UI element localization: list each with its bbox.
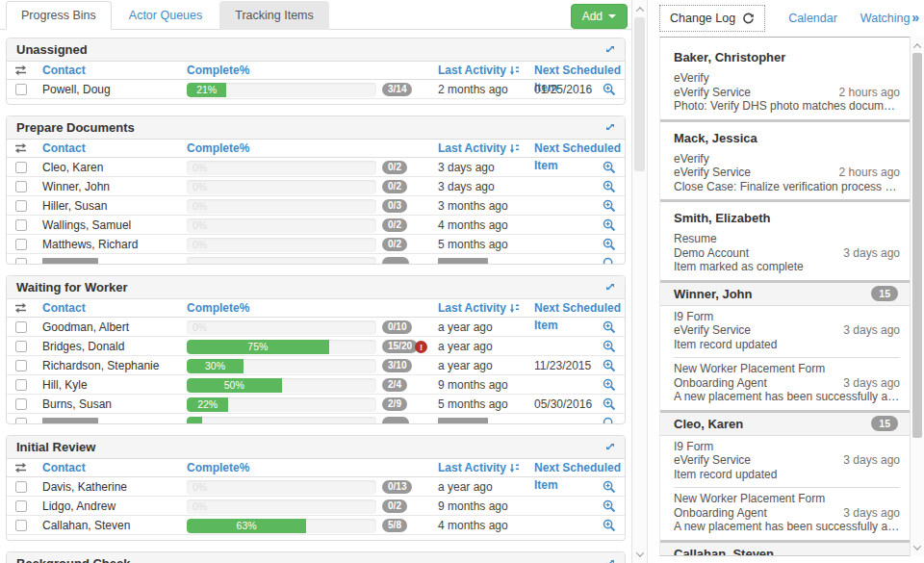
row-checkbox[interactable] [15,321,27,333]
changelog-item[interactable]: I9 Form eVerify Service 3 days ago Item … [674,436,900,488]
changelog-item-actor: eVerify Service [674,86,751,100]
worker-row-cleo-karen: Cleo, Karen 0% 0/2 ! 3 days ago [7,158,625,177]
column-contact[interactable]: Contact [42,62,86,79]
panel-scroll-down-button[interactable] [911,540,924,554]
refresh-icon[interactable] [742,13,755,25]
zoom-in-icon[interactable] [603,499,616,513]
column-complete[interactable]: Complete% [187,459,249,476]
row-checkbox[interactable] [15,219,27,231]
main-scroll-down-button[interactable] [632,547,647,561]
column-last-activity-label: Last Activity [438,299,506,317]
zoom-in-icon[interactable] [603,180,616,193]
expand-icon[interactable] [604,121,616,133]
row-checkbox[interactable] [15,341,27,352]
zoom-in-icon[interactable] [603,218,616,232]
expand-icon[interactable] [604,441,616,452]
zoom-in-icon[interactable] [603,480,616,494]
main-scroll-up-button[interactable] [632,2,647,16]
column-header-row: Contact Complete% Last Activity Next Sch… [7,459,625,477]
tab-tracking-items[interactable]: Tracking Items [219,1,329,30]
row-checkbox[interactable] [15,200,27,212]
expand-icon[interactable] [604,43,616,55]
collapse-panel-chevron[interactable]: » [911,10,919,25]
progress-zero-label: 0% [192,480,207,495]
changelog-item-time: 3 days ago [843,323,900,338]
progress-bar [187,257,376,265]
changelog-item[interactable]: New Worker Placement Form Onboarding Age… [674,357,900,410]
swap-columns-icon[interactable] [14,462,27,473]
column-contact[interactable]: Contact [42,459,86,476]
tab-watching[interactable]: Watching [860,12,911,25]
tab-progress-bins[interactable]: Progress Bins [6,1,112,30]
tab-actor-queues[interactable]: Actor Queues [114,1,218,30]
column-contact[interactable]: Contact [42,140,86,157]
changelog-person-name[interactable]: Cleo, Karen [674,414,743,434]
changelog-group-mack-jessica: Mack, Jessica eVerify eVerify Service 2 … [660,119,910,200]
changelog-item-time: 3 days ago [843,453,900,468]
row-checkbox[interactable] [15,84,27,95]
changelog-person-name[interactable]: Winner, John [674,284,753,304]
changelog-person-name[interactable]: Smith, Elizabeth [674,208,770,228]
column-last-activity[interactable]: Last Activity [438,62,519,79]
row-checkbox[interactable] [15,258,27,264]
column-last-activity[interactable]: Last Activity [438,299,519,317]
zoom-in-icon[interactable] [603,257,616,264]
changelog-item[interactable]: eVerify eVerify Service 2 hours ago Phot… [674,67,900,119]
column-complete[interactable]: Complete% [187,62,249,79]
changelog-group-winner-john: Winner, John 15 I9 Form eVerify Service … [660,280,910,410]
main-scrollbar[interactable] [631,0,648,563]
changelog-item[interactable]: eVerify eVerify Service 2 hours ago Clos… [674,148,900,200]
zoom-in-icon[interactable] [603,359,616,372]
zoom-in-icon[interactable] [603,238,616,251]
changelog-item[interactable]: I9 Form eVerify Service 3 days ago Item … [674,306,900,358]
swap-columns-icon[interactable] [14,64,27,76]
panel-scrollbar-thumb[interactable] [912,53,922,438]
tab-change-log[interactable]: Change Log [659,5,765,32]
main-scrollbar-thumb[interactable] [634,17,645,171]
zoom-in-icon[interactable] [603,83,616,96]
panel-scrollbar[interactable] [910,37,924,556]
row-checkbox[interactable] [15,379,27,391]
row-checkbox[interactable] [15,520,27,531]
zoom-in-icon[interactable] [603,519,616,532]
count-badge: 0/2 [382,180,407,193]
zoom-in-icon[interactable] [603,320,616,334]
changelog-person-name[interactable]: Callahan, Steven [674,544,774,557]
zoom-in-icon[interactable] [603,397,616,411]
tab-calendar[interactable]: Calendar [788,12,837,25]
column-contact[interactable]: Contact [42,299,86,317]
row-checkbox[interactable] [15,418,27,423]
count-badge: 2/9 [382,397,407,411]
row-checkbox[interactable] [15,239,27,250]
expand-icon[interactable] [604,281,616,293]
row-checkbox[interactable] [15,360,27,371]
zoom-in-icon[interactable] [603,199,616,213]
column-complete[interactable]: Complete% [187,140,249,157]
zoom-in-icon[interactable] [603,161,616,174]
zoom-in-icon[interactable] [603,417,616,423]
row-checkbox[interactable] [15,181,27,192]
row-checkbox[interactable] [15,481,27,493]
changelog-person-name[interactable]: Mack, Jessica [674,128,757,148]
row-checkbox[interactable] [15,500,27,512]
progress-bar-fill: 22% [187,397,228,412]
row-checkbox[interactable] [15,162,27,173]
row-checkbox[interactable] [15,398,27,410]
changelog-item-actor: Demo Account [674,246,749,261]
swap-columns-icon[interactable] [14,142,27,154]
column-last-activity[interactable]: Last Activity [438,459,519,476]
zoom-in-icon[interactable] [603,340,616,353]
changelog-item[interactable]: Resume Demo Account 3 days ago Item mark… [674,228,900,280]
expand-icon[interactable] [604,557,616,563]
worker-row-goodman-albert: Goodman, Albert 0% 0/10 ! a year ago [7,318,625,337]
zoom-in-icon[interactable] [603,378,616,392]
swap-columns-icon[interactable] [14,302,27,314]
panel-scroll-up-button[interactable] [911,38,924,53]
worker-row-hiller-susan: Hiller, Susan 0% 0/3 ! 3 months ago [7,196,625,216]
add-button[interactable]: Add [571,4,628,29]
changelog-group-header: Baker, Christopher [660,41,910,67]
changelog-person-name[interactable]: Baker, Christopher [674,47,785,67]
column-complete[interactable]: Complete% [187,299,249,317]
column-last-activity[interactable]: Last Activity [438,140,519,157]
changelog-item[interactable]: New Worker Placement Form Onboarding Age… [674,487,900,540]
